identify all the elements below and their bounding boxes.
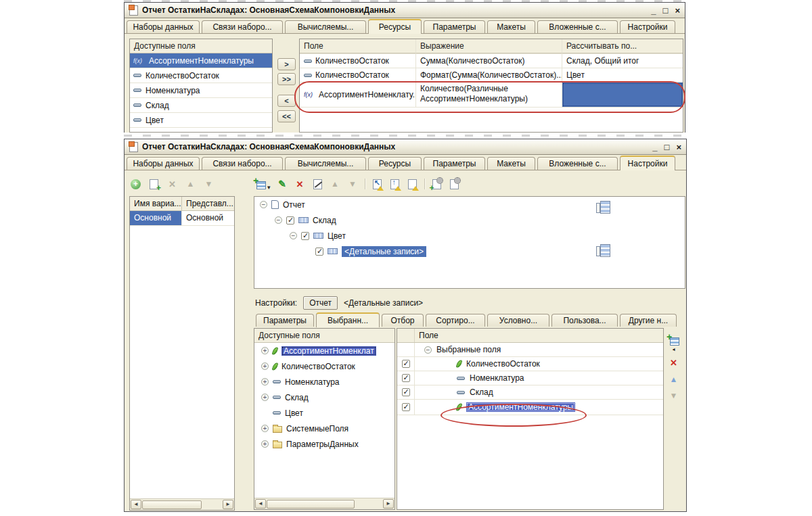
tree-item[interactable]: АссортиментНоменклат <box>254 343 394 358</box>
tab-layouts[interactable]: Макеты <box>487 157 535 170</box>
expand-icon[interactable] <box>261 347 269 354</box>
expand-icon[interactable] <box>261 425 269 432</box>
tree-item-cvet[interactable]: Цвет <box>254 228 685 243</box>
move-field-down-button[interactable]: ▼ <box>668 390 679 401</box>
checkbox[interactable] <box>315 248 323 256</box>
tree-item-sklad[interactable]: Склад <box>254 212 685 228</box>
table-row[interactable]: КоличествоОстаток Формат(Сумма(Количеств… <box>300 68 683 83</box>
collapse-icon[interactable] <box>275 216 282 224</box>
list-item[interactable]: Цвет <box>130 113 272 128</box>
expand-icon[interactable] <box>261 440 269 448</box>
tab-conditional[interactable]: Условно... <box>487 314 549 327</box>
move-down-button[interactable]: ▼ <box>203 179 215 190</box>
checkbox[interactable] <box>301 232 309 240</box>
move-up-button[interactable]: ▲ <box>330 179 341 190</box>
tab-selected-fields[interactable]: Выбранн... <box>316 312 380 327</box>
edit-button[interactable] <box>277 179 288 190</box>
tab-other[interactable]: Другие н... <box>620 314 677 327</box>
tab-data-sets[interactable]: Наборы данных <box>127 20 200 33</box>
group-move-button[interactable] <box>407 179 418 190</box>
checkbox[interactable] <box>286 216 294 225</box>
close-button[interactable]: × <box>675 6 680 15</box>
copy-variant-button[interactable] <box>148 179 160 190</box>
list-item[interactable]: Номенклатура <box>130 83 272 98</box>
scroll-left-button[interactable]: ◄ <box>255 499 266 509</box>
horizontal-scrollbar[interactable]: ◄ ► <box>254 498 394 509</box>
close-button[interactable]: × <box>676 143 681 151</box>
table-row[interactable]: Основной Основной <box>130 211 234 226</box>
add-element-button[interactable] <box>254 179 266 190</box>
tab-set-links[interactable]: Связи наборо... <box>202 157 283 170</box>
group-up-button[interactable] <box>389 179 401 190</box>
selected-cell[interactable] <box>562 83 683 107</box>
selected-field-row[interactable]: АссортиментНоменклатуры <box>397 400 663 415</box>
selected-field-row[interactable]: КоличествоОстаток <box>397 357 663 371</box>
selected-field-row[interactable]: Номенклатура <box>397 371 663 385</box>
scroll-thumb[interactable] <box>267 500 355 509</box>
tab-resources[interactable]: Ресурсы <box>368 19 422 34</box>
expand-icon[interactable] <box>261 378 269 385</box>
tab-parameters-settings[interactable]: Параметры <box>256 314 314 327</box>
tab-layouts[interactable]: Макеты <box>487 20 535 33</box>
delete-button[interactable]: ✕ <box>294 179 306 190</box>
scroll-right-button[interactable]: ► <box>383 499 394 509</box>
move-down-button[interactable]: ▼ <box>347 179 359 190</box>
title-bar[interactable]: Отчет ОстаткиНаСкладах: ОсновнаяСхемаКом… <box>125 139 686 155</box>
selected-field-row[interactable]: Склад <box>397 385 663 400</box>
add-variant-button[interactable]: + <box>130 179 141 190</box>
column-field[interactable]: Поле <box>415 329 663 342</box>
selected-fields-root-row[interactable]: Выбранные поля <box>397 343 663 357</box>
new-settings-button[interactable] <box>431 179 443 190</box>
move-all-right-button[interactable]: >> <box>277 73 296 85</box>
tree-item-report[interactable]: Отчет <box>254 197 685 212</box>
tree-item[interactable]: ПараметрыДанных <box>254 436 394 452</box>
tab-sorting[interactable]: Сортиро... <box>426 314 485 327</box>
tab-user-fields[interactable]: Пользова... <box>551 314 618 327</box>
column-calculate-by[interactable]: Рассчитывать по... <box>562 39 683 53</box>
collapse-icon[interactable] <box>424 346 432 354</box>
maximize-button[interactable]: □ <box>664 143 670 151</box>
scroll-left-button[interactable]: ◄ <box>131 500 141 509</box>
add-field-button[interactable] <box>668 334 679 346</box>
delete-variant-button[interactable]: ✕ <box>166 179 178 190</box>
checkbox[interactable] <box>402 403 410 411</box>
expand-icon[interactable] <box>261 394 269 401</box>
tree-item[interactable]: Номенклатура <box>254 374 394 390</box>
scroll-thumb[interactable] <box>142 500 202 509</box>
edit-settings-button[interactable] <box>312 179 323 190</box>
column-expression[interactable]: Выражение <box>416 39 562 53</box>
add-dropdown-icon[interactable]: ◂ <box>672 346 675 352</box>
tab-parameters[interactable]: Параметры <box>424 20 485 33</box>
tree-item[interactable]: Цвет <box>254 405 394 421</box>
tab-resources[interactable]: Ресурсы <box>368 157 422 170</box>
tree-item[interactable]: КоличествоОстаток <box>254 358 394 374</box>
move-right-button[interactable]: > <box>277 58 296 70</box>
tab-calculated[interactable]: Вычисляемы... <box>285 157 366 170</box>
tab-filter[interactable]: Отбор <box>382 314 424 327</box>
scope-report-button[interactable]: Отчет <box>303 296 338 310</box>
open-settings-button[interactable] <box>449 179 460 190</box>
table-row[interactable]: f(x)АссортиментНоменклату... Количество(… <box>300 83 683 108</box>
checkbox[interactable] <box>402 374 410 382</box>
group-back-button[interactable] <box>371 179 383 190</box>
tab-nested[interactable]: Вложенные с... <box>537 20 618 33</box>
scroll-right-button[interactable]: ► <box>223 500 233 509</box>
column-field[interactable]: Поле <box>300 39 416 53</box>
move-left-button[interactable]: < <box>277 95 296 107</box>
move-all-left-button[interactable]: << <box>277 110 296 122</box>
tree-item[interactable]: Склад <box>254 390 394 405</box>
maximize-button[interactable]: □ <box>663 6 669 15</box>
horizontal-scrollbar[interactable]: ◄ ► <box>130 498 234 510</box>
tab-data-sets[interactable]: Наборы данных <box>127 157 200 170</box>
list-item[interactable]: Склад <box>130 98 272 113</box>
delete-field-button[interactable]: ✕ <box>668 357 679 369</box>
tab-calculated[interactable]: Вычисляемы... <box>285 20 366 33</box>
tab-parameters[interactable]: Параметры <box>424 157 485 170</box>
table-row[interactable]: КоличествоОстаток Сумма(КоличествоОстато… <box>300 54 683 68</box>
collapse-icon[interactable] <box>290 232 297 239</box>
checkbox[interactable] <box>402 360 410 368</box>
list-item[interactable]: f(x) АссортиментНоменклатуры <box>130 53 272 68</box>
expand-icon[interactable] <box>261 362 269 370</box>
minimize-button[interactable]: _ <box>651 6 656 15</box>
title-bar[interactable]: Отчет ОстаткиНаСкладах: ОсновнаяСхемаКом… <box>125 3 685 18</box>
